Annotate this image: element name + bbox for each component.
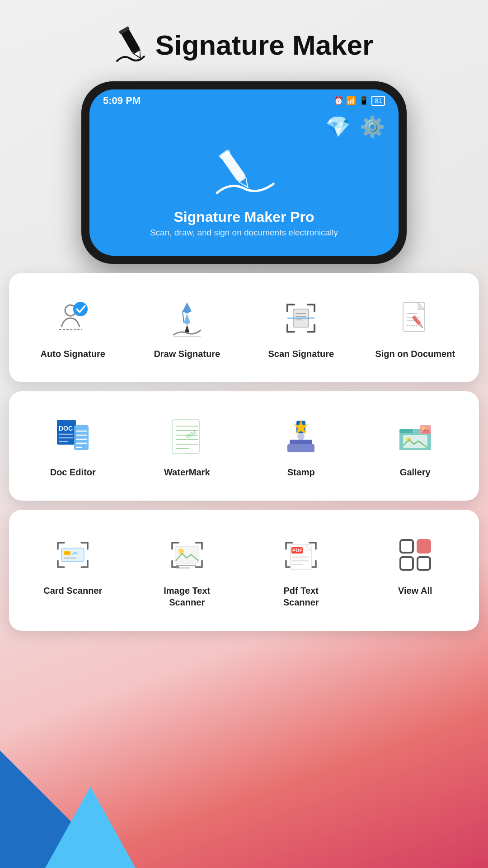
gallery-label: Gallery <box>400 466 431 478</box>
svg-rect-53 <box>287 444 314 452</box>
header-logo: Signature Maker <box>115 23 373 68</box>
sign-on-document-label: Sign on Document <box>375 348 455 360</box>
image-text-scanner-icon <box>167 535 207 575</box>
row2-card: DOC Doc Editor <box>9 391 479 501</box>
stamp-label: Stamp <box>287 466 315 478</box>
svg-point-60 <box>422 427 425 430</box>
app-pen-logo <box>208 143 280 206</box>
settings-icon[interactable]: ⚙️ <box>360 115 385 139</box>
status-time: 5:09 PM <box>103 95 141 107</box>
sign-on-document-icon-wrap <box>393 296 438 341</box>
gem-icon[interactable]: 💎 <box>325 115 351 139</box>
svg-rect-52 <box>290 440 312 444</box>
gallery-icon <box>395 416 436 457</box>
gallery-item[interactable]: Gallery <box>361 405 470 487</box>
gallery-icon-wrap <box>393 414 438 459</box>
scan-signature-item[interactable]: Scan Signature <box>246 286 356 369</box>
phone-screen: 5:09 PM ⏰ 📶 📱 81 💎 ⚙️ <box>89 89 399 256</box>
image-text-scanner-item[interactable]: Image Text Scanner <box>132 523 242 617</box>
card-scanner-icon-wrap <box>50 532 95 577</box>
svg-rect-76 <box>400 540 413 553</box>
pdf-text-scanner-icon: PDF <box>281 535 321 575</box>
stamp-icon-wrap <box>278 414 324 459</box>
phone-container: 5:09 PM ⏰ 📶 📱 81 💎 ⚙️ <box>0 81 488 264</box>
svg-rect-78 <box>400 557 413 570</box>
svg-point-67 <box>178 549 184 554</box>
watermark-item[interactable]: WM WaterMark <box>132 405 242 487</box>
pen-icon <box>115 23 151 68</box>
page-header: Signature Maker <box>0 0 488 77</box>
signal-icon: 📱 <box>359 96 369 106</box>
doc-editor-label: Doc Editor <box>50 466 96 478</box>
svg-rect-62 <box>64 551 70 555</box>
sign-on-document-icon <box>395 298 436 338</box>
svg-point-54 <box>297 433 305 440</box>
draw-signature-icon-wrap <box>164 296 210 341</box>
alarm-icon: ⏰ <box>333 96 343 106</box>
auto-signature-label: Auto Signature <box>41 348 105 360</box>
card-scanner-icon <box>52 535 93 575</box>
view-all-label: View All <box>398 585 432 596</box>
draw-signature-label: Draw Signature <box>154 348 220 360</box>
view-all-icon <box>395 535 436 575</box>
row2-grid: DOC Doc Editor <box>18 405 470 487</box>
pdf-text-scanner-icon-wrap: PDF <box>278 532 324 577</box>
wifi-icon: 📶 <box>346 96 356 106</box>
view-all-item[interactable]: View All <box>361 523 470 617</box>
row3-card: Card Scanner <box>9 510 479 631</box>
header-title: Signature Maker <box>155 31 373 59</box>
image-text-scanner-icon-wrap <box>164 532 210 577</box>
doc-editor-icon-wrap: DOC <box>50 414 95 459</box>
svg-marker-13 <box>184 314 190 325</box>
image-text-scanner-label: Image Text Scanner <box>164 585 210 608</box>
auto-signature-item[interactable]: Auto Signature <box>18 286 128 369</box>
pdf-text-scanner-label: Pdf Text Scanner <box>283 585 319 608</box>
draw-signature-icon <box>167 298 207 338</box>
watermark-icon: WM <box>167 416 207 457</box>
status-bar: 5:09 PM ⏰ 📶 📱 81 <box>89 89 399 110</box>
view-all-icon-wrap <box>393 532 438 577</box>
sign-on-document-item[interactable]: Sign on Document <box>361 286 470 369</box>
watermark-icon-wrap: WM <box>164 414 210 459</box>
svg-marker-12 <box>183 302 192 314</box>
card-scanner-item[interactable]: Card Scanner <box>18 523 128 617</box>
svg-text:PDF: PDF <box>292 548 302 553</box>
app-name: Signature Maker Pro <box>174 209 314 225</box>
status-icons: ⏰ 📶 📱 81 <box>333 96 385 106</box>
scan-signature-icon <box>281 298 321 338</box>
scan-signature-label: Scan Signature <box>268 348 334 360</box>
svg-rect-66 <box>176 546 198 563</box>
app-logo-area: Signature Maker Pro Scan, draw, and sign… <box>150 143 338 238</box>
app-header: 💎 ⚙️ <box>89 110 399 256</box>
doc-editor-icon: DOC <box>52 416 93 457</box>
row3-grid: Card Scanner <box>18 523 470 617</box>
auto-signature-icon <box>52 298 93 338</box>
svg-line-15 <box>183 311 184 323</box>
draw-signature-item[interactable]: Draw Signature <box>132 286 242 369</box>
app-subtitle: Scan, draw, and sign on documents electr… <box>150 228 338 238</box>
svg-rect-77 <box>418 540 430 553</box>
card-scanner-label: Card Scanner <box>43 585 102 596</box>
svg-rect-35 <box>74 425 89 450</box>
app-header-icons: 💎 ⚙️ <box>103 115 385 139</box>
watermark-label: WaterMark <box>164 466 210 478</box>
stamp-item[interactable]: Stamp <box>246 405 356 487</box>
svg-text:DOC: DOC <box>59 425 73 432</box>
auto-signature-icon-wrap <box>50 296 95 341</box>
row1-card: Auto Signature Draw Signature <box>9 273 479 382</box>
stamp-icon <box>281 416 321 457</box>
row1-grid: Auto Signature Draw Signature <box>18 286 470 369</box>
doc-editor-item[interactable]: DOC Doc Editor <box>18 405 128 487</box>
pdf-text-scanner-item[interactable]: PDF Pdf Text Scanner <box>246 523 356 617</box>
scan-signature-icon-wrap <box>278 296 324 341</box>
battery-icon: 81 <box>371 96 385 106</box>
phone-mockup: 5:09 PM ⏰ 📶 📱 81 💎 ⚙️ <box>81 81 407 264</box>
svg-rect-55 <box>399 429 413 433</box>
svg-point-11 <box>73 302 88 316</box>
svg-rect-79 <box>418 557 430 570</box>
